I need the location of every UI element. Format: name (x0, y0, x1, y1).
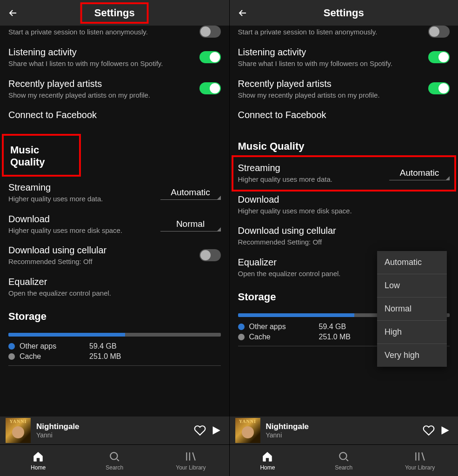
row-subtitle: Recommended Setting: Off (8, 257, 194, 266)
nav-label: Home (260, 464, 275, 471)
row-subtitle: Higher quality uses more data. (8, 194, 155, 204)
page-title: Settings (80, 2, 149, 24)
legend-label: Cache (20, 352, 89, 361)
section-music-quality: Music Quality (2, 134, 81, 177)
phone-left: Settings Start a private session to list… (0, 0, 229, 476)
now-playing-title: Nightingale (36, 422, 192, 431)
row-subtitle: Higher quality uses more disk space. (8, 226, 155, 235)
settings-row-download-cellular[interactable]: Download using cellular Recommended Sett… (230, 220, 458, 251)
header: Settings (0, 0, 229, 26)
back-button[interactable] (236, 7, 249, 20)
nav-library[interactable]: Your Library (153, 445, 229, 476)
settings-body: Start a private session to listen anonym… (230, 26, 458, 416)
quality-option-automatic[interactable]: Automatic (377, 251, 447, 274)
legend-label: Cache (249, 333, 319, 341)
storage-legend-cache: Cache 251.0 MB (0, 351, 229, 362)
settings-row-connect-facebook[interactable]: Connect to Facebook (230, 104, 458, 126)
now-playing-artist: Yanni (266, 431, 421, 439)
settings-row-equalizer[interactable]: Equalizer Open the equalizer control pan… (0, 271, 229, 303)
row-subtitle: Start a private session to listen anonym… (8, 27, 194, 37)
toggle-private-session[interactable] (428, 26, 450, 38)
nav-label: Home (31, 464, 46, 471)
settings-body: Start a private session to listen anonym… (0, 26, 229, 416)
row-title: Download using cellular (8, 244, 194, 256)
play-icon[interactable] (208, 424, 224, 436)
nav-label: Your Library (405, 464, 435, 471)
nav-search[interactable]: Search (305, 445, 382, 476)
toggle-listening-activity[interactable] (428, 51, 450, 63)
legend-value: 59.4 GB (319, 323, 346, 331)
heart-icon[interactable] (421, 424, 437, 436)
row-title: Connect to Facebook (8, 109, 215, 121)
nav-library[interactable]: Your Library (382, 445, 458, 476)
album-art[interactable] (235, 418, 260, 443)
settings-row-listening-activity[interactable]: Listening activity Share what I listen t… (0, 41, 229, 73)
row-title: Listening activity (8, 46, 194, 58)
back-button[interactable] (7, 7, 20, 20)
row-title: Recently played artists (8, 78, 194, 90)
section-storage: Storage (0, 302, 229, 327)
settings-row-private-session[interactable]: Start a private session to listen anonym… (230, 26, 458, 41)
toggle-private-session[interactable] (199, 26, 221, 38)
quality-option-normal[interactable]: Normal (377, 298, 447, 321)
row-subtitle: Share what I listen to with my followers… (8, 59, 194, 68)
legend-value: 251.0 MB (319, 333, 351, 341)
quality-option-very-high[interactable]: Very high (377, 344, 447, 367)
settings-row-connect-facebook[interactable]: Connect to Facebook (0, 104, 229, 126)
settings-row-recently-played[interactable]: Recently played artists Show my recently… (0, 73, 229, 105)
settings-row-download[interactable]: Download Higher quality uses more disk s… (0, 208, 229, 240)
storage-legend-other: Other apps 59.4 GB (0, 341, 229, 351)
row-subtitle: Recommended Setting: Off (238, 238, 445, 247)
settings-row-private-session[interactable]: Start a private session to listen anonym… (0, 26, 229, 41)
settings-row-recently-played[interactable]: Recently played artists Show my recently… (230, 73, 458, 105)
toggle-recently-played[interactable] (199, 82, 221, 94)
quality-option-low[interactable]: Low (377, 274, 447, 298)
settings-row-download-cellular[interactable]: Download using cellular Recommended Sett… (0, 239, 229, 271)
row-title: Connect to Facebook (238, 109, 445, 121)
row-subtitle: Start a private session to listen anonym… (238, 27, 423, 37)
storage-bar (8, 333, 221, 337)
dropdown-streaming-quality[interactable]: Automatic (160, 185, 221, 200)
settings-row-download[interactable]: Download Higher quality uses more disk s… (230, 189, 458, 220)
row-title: Download (8, 213, 155, 225)
settings-row-streaming[interactable]: Streaming Higher quality uses more data.… (230, 157, 458, 189)
toggle-recently-played[interactable] (428, 82, 450, 94)
row-title: Download using cellular (238, 225, 445, 237)
nav-home[interactable]: Home (0, 445, 76, 476)
album-art[interactable] (6, 418, 31, 443)
svg-point-0 (111, 452, 118, 459)
row-title: Recently played artists (238, 78, 423, 90)
row-subtitle: Show my recently played artists on my pr… (8, 91, 194, 100)
row-subtitle: Higher quality uses more data. (238, 175, 384, 184)
page-title: Settings (324, 7, 364, 19)
row-title: Streaming (8, 181, 155, 193)
play-icon[interactable] (437, 424, 452, 436)
toggle-download-cellular[interactable] (199, 249, 221, 261)
legend-value: 251.0 MB (89, 352, 121, 361)
nav-bar: Home Search Your Library (230, 444, 458, 476)
row-subtitle: Higher quality uses more disk space. (238, 206, 445, 216)
now-playing-bar[interactable]: Nightingale Yanni (0, 416, 229, 444)
now-playing-title: Nightingale (266, 422, 421, 431)
nav-label: Search (335, 464, 352, 471)
row-title: Streaming (238, 162, 384, 174)
legend-label: Other apps (20, 342, 89, 350)
row-title: Listening activity (238, 46, 423, 58)
phone-right: Settings Start a private session to list… (229, 0, 458, 476)
nav-home[interactable]: Home (230, 445, 306, 476)
row-subtitle: Show my recently played artists on my pr… (238, 91, 423, 100)
svg-point-1 (340, 452, 347, 459)
settings-row-streaming[interactable]: Streaming Higher quality uses more data.… (0, 177, 229, 208)
row-title: Download (238, 193, 445, 205)
heart-icon[interactable] (192, 424, 208, 436)
row-subtitle: Open the equalizer control panel. (8, 289, 215, 298)
dropdown-streaming-quality[interactable]: Automatic (389, 165, 450, 180)
settings-row-listening-activity[interactable]: Listening activity Share what I listen t… (230, 41, 458, 73)
quality-option-high[interactable]: High (377, 321, 447, 344)
toggle-listening-activity[interactable] (199, 51, 221, 63)
row-title: Equalizer (8, 276, 215, 288)
now-playing-bar[interactable]: Nightingale Yanni (230, 416, 458, 444)
dropdown-download-quality[interactable]: Normal (160, 216, 221, 231)
nav-search[interactable]: Search (76, 445, 153, 476)
header: Settings (230, 0, 458, 26)
